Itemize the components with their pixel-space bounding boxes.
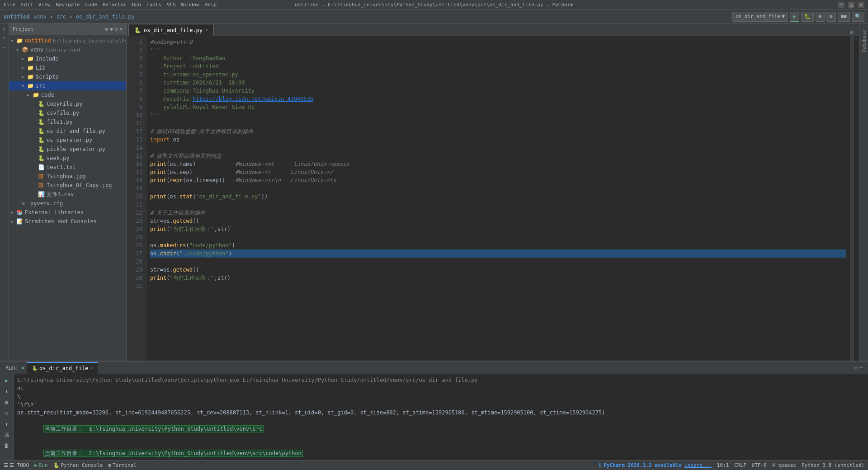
menu-help[interactable]: Help xyxy=(205,2,217,8)
scroll-to-end-button[interactable]: ↓ xyxy=(2,419,11,428)
settings-icon[interactable]: ⚙ xyxy=(105,26,108,32)
run-status-button[interactable]: ▶ Run xyxy=(34,462,48,468)
jpg-icon-tsinghua-copy: 🖼 xyxy=(38,182,45,188)
bottom-tabs: Run: ▶ 🐍 os_dir_and_file × ⚙ ─ xyxy=(0,362,868,374)
menu-code[interactable]: Code xyxy=(85,2,97,8)
run-file-tab-close[interactable]: × xyxy=(90,366,93,371)
scrollbar[interactable] xyxy=(850,36,854,361)
tab-close-icon[interactable]: × xyxy=(205,28,208,33)
tree-item-pyvenv[interactable]: ▶ ⚙ pyvenv.cfg xyxy=(9,199,126,208)
tree-item-os-operator[interactable]: ▶ 🐍 os_operator.py xyxy=(9,136,126,145)
tree-item-external[interactable]: ▶ 📚 External Libraries xyxy=(9,208,126,217)
bottom-content-area: ▶ ↑ ■ ⊠ ↓ 🖨 🗑 E:\Tsinghua_University\Pyt… xyxy=(0,374,868,460)
tree-item-copyfile[interactable]: ▶ 🐍 CopyFile.py xyxy=(9,99,126,108)
py-icon-copyfile: 🐍 xyxy=(38,101,45,107)
tree-item-scratches[interactable]: ▶ 📝 Scratches and Consoles xyxy=(9,217,126,226)
tree-item-untitled[interactable]: ▼ 📁 untitled E:\Tsinghua_University\Pyth… xyxy=(9,36,126,45)
expand-icon[interactable]: ⊕ xyxy=(110,26,113,32)
line-num-11: 11 xyxy=(127,119,146,127)
settings-icon-tab[interactable]: ⚙ xyxy=(850,28,854,36)
line-num-16: 16 xyxy=(127,160,146,168)
run-config-selector[interactable]: os_dir_and_file ▼ xyxy=(732,12,788,22)
menu-run[interactable]: Run xyxy=(132,2,141,8)
close-panel-icon[interactable]: × xyxy=(119,26,123,32)
menu-file[interactable]: File xyxy=(4,2,16,8)
tree-item-include[interactable]: ▶ 📁 Include xyxy=(9,54,126,63)
line-num-8: 8 xyxy=(127,95,146,103)
run-with-coverage-button[interactable]: ⊕ xyxy=(816,12,825,22)
tree-item-code[interactable]: ▶ 📁 code xyxy=(9,90,126,99)
tree-item-pickle[interactable]: ▶ 🐍 pickle_operator.py xyxy=(9,145,126,154)
line-num-19: 19 xyxy=(127,184,146,193)
run-again-button[interactable]: ▶ xyxy=(2,376,11,385)
tree-item-seek[interactable]: ▶ 🐍 seek.py xyxy=(9,154,126,163)
tree-item-csvfile[interactable]: ▶ 🐍 csvfile.py xyxy=(9,108,126,118)
todo-label: ☰ TODO xyxy=(9,462,29,468)
tree-item-csv1[interactable]: ▶ 📊 文件1.csv xyxy=(9,190,126,199)
menu-vcs[interactable]: VCS xyxy=(167,2,176,8)
tree-label-lib: Lib xyxy=(36,65,46,71)
search-everywhere-button[interactable]: 🔍 xyxy=(852,12,864,22)
update-link[interactable]: Update... xyxy=(684,462,712,468)
code-line-30: print("当前工作目录：",str) xyxy=(150,274,846,282)
editor-tab-os-dir[interactable]: 🐍 os_dir_and_file.py × xyxy=(128,24,214,36)
tree-item-src[interactable]: ▼ 📁 src xyxy=(9,81,126,90)
debug-button[interactable]: 🐛 xyxy=(801,12,814,22)
txt-icon-test1: 📄 xyxy=(38,164,45,170)
tree-item-scripts[interactable]: ▶ 📁 Scripts xyxy=(9,72,126,81)
panel-header-icons[interactable]: ⚙ ⊕ ⊖ × xyxy=(105,26,123,32)
tree-item-os-dir[interactable]: ▶ 🐍 os_dir_and_file.py xyxy=(9,127,126,136)
tree-arrow-src: ▼ xyxy=(22,84,27,88)
code-line-19 xyxy=(150,184,846,193)
line-num-29: 29 xyxy=(127,266,146,274)
favorites-icon[interactable]: ★ xyxy=(0,43,9,52)
rerun-button[interactable]: ↑ xyxy=(2,387,11,396)
tree-item-test1[interactable]: ▶ 📄 test1.txt xyxy=(9,163,126,172)
menu-window[interactable]: Window xyxy=(181,2,199,8)
close-output-button[interactable]: ⊠ xyxy=(2,409,11,418)
project-icon[interactable]: P xyxy=(0,25,9,33)
right-sidebar: Database xyxy=(859,24,868,361)
tree-item-tsinghua-jpg[interactable]: ▶ 🖼 Tsinghua.jpg xyxy=(9,172,126,181)
line-ending: CRLF xyxy=(734,462,746,468)
tree-item-file1[interactable]: ▶ 🐍 file1.py xyxy=(9,118,126,127)
maximize-button[interactable]: □ xyxy=(848,2,854,8)
menu-refactor[interactable]: Refactor xyxy=(103,2,127,8)
tree-item-tsinghua-copy[interactable]: ▶ 🖼 Tsinghua_Of_Copy.jpg xyxy=(9,181,126,190)
folder-icon-lib: 📁 xyxy=(27,65,34,71)
editor-area: 🐍 os_dir_and_file.py × ⚙ 1 2 3 4 5 6 7 8… xyxy=(127,24,859,361)
database-icon[interactable]: Database xyxy=(860,25,868,57)
code-line-1: #coding=utf-8 xyxy=(150,38,846,46)
tree-item-lib[interactable]: ▶ 📁 Lib xyxy=(9,63,126,72)
minimize-bottom-icon[interactable]: ─ xyxy=(859,365,863,371)
collapse-tree-icon[interactable]: ⊖ xyxy=(115,26,118,32)
concurrency-button[interactable]: ≡≡ xyxy=(838,12,850,22)
main-area: P ≡ ★ Project ⚙ ⊕ ⊖ × ▼ 📁 untitled E:\Ts… xyxy=(0,24,868,361)
menu-navigate[interactable]: Navigate xyxy=(56,2,80,8)
code-content[interactable]: #coding=utf-8 ''' Author :SongBaoBao Pro… xyxy=(146,36,850,361)
clear-button[interactable]: 🗑 xyxy=(2,441,11,450)
menu-bar[interactable]: File Edit View Navigate Code Refactor Ru… xyxy=(4,2,217,8)
close-button[interactable]: × xyxy=(858,2,864,8)
minimize-button[interactable]: ─ xyxy=(838,2,844,8)
print-button[interactable]: 🖨 xyxy=(2,430,11,439)
todo-button[interactable]: ☰ ☰ TODO xyxy=(4,462,29,468)
tree-label-untitled: untitled xyxy=(25,38,51,44)
terminal-button[interactable]: ⊞ Terminal xyxy=(108,462,137,468)
run-file-tab[interactable]: 🐍 os_dir_and_file × xyxy=(27,362,98,374)
menu-tools[interactable]: Tools xyxy=(146,2,161,8)
profile-button[interactable]: ⊛ xyxy=(826,12,836,22)
settings-icon-bottom[interactable]: ⚙ xyxy=(854,365,858,371)
run-button[interactable]: ▶ xyxy=(790,12,799,22)
structure-icon[interactable]: ≡ xyxy=(0,34,9,42)
tree-item-venv[interactable]: ▼ 📦 venv library root xyxy=(9,45,126,54)
menu-edit[interactable]: Edit xyxy=(21,2,33,8)
tree-label-tsinghua-jpg: Tsinghua.jpg xyxy=(47,173,86,179)
run-status-icon: ▶ xyxy=(34,462,38,468)
python-console-button[interactable]: 🐍 Python Console xyxy=(53,462,103,468)
window-controls[interactable]: ─ □ × xyxy=(838,2,864,8)
code-line-26: os.makedirs("code/python") xyxy=(150,241,846,249)
stop-button[interactable]: ■ xyxy=(2,398,11,407)
tree-arrow-venv: ▼ xyxy=(16,47,22,52)
menu-view[interactable]: View xyxy=(38,2,51,8)
